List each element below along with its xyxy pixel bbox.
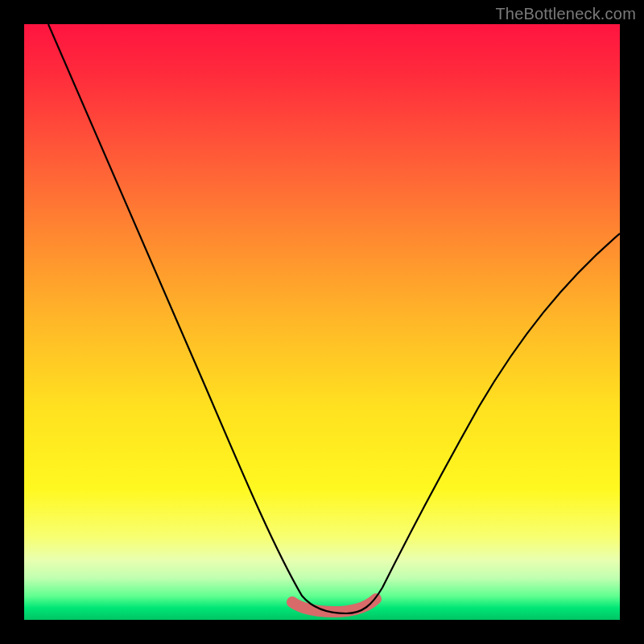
- plot-area: [24, 24, 620, 620]
- bottleneck-curve-svg: [24, 24, 620, 620]
- watermark-text: TheBottleneck.com: [495, 5, 636, 23]
- bottleneck-curve-line: [48, 24, 620, 613]
- chart-stage: TheBottleneck.com: [0, 0, 644, 644]
